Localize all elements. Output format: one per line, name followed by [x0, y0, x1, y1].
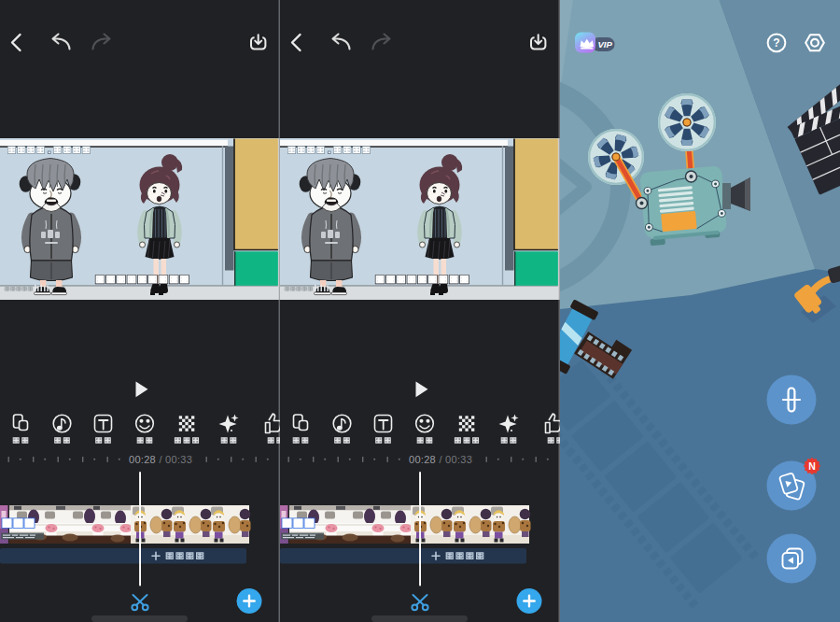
svg-text:VIP: VIP [598, 39, 613, 49]
svg-text:?: ? [773, 36, 779, 49]
svg-text:N: N [808, 460, 816, 472]
